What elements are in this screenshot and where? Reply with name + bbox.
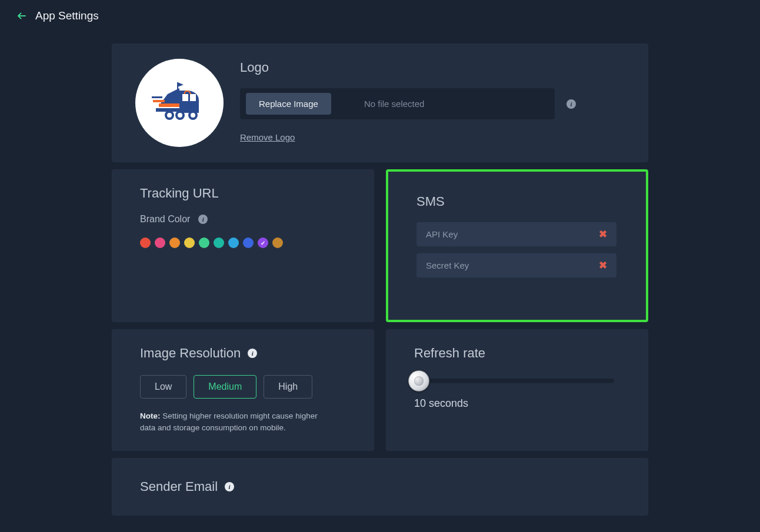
- sender-email-card: Sender Email i: [112, 458, 648, 516]
- info-icon[interactable]: i: [225, 482, 234, 491]
- info-icon[interactable]: i: [248, 349, 257, 358]
- svg-point-13: [191, 113, 195, 118]
- file-status-text: No file selected: [364, 99, 425, 109]
- resolution-buttons: LowMediumHigh: [140, 375, 346, 399]
- clear-icon[interactable]: ✖: [599, 259, 607, 272]
- color-swatch[interactable]: [228, 237, 239, 248]
- image-resolution-card: Image Resolution i LowMediumHigh Note: S…: [112, 329, 374, 451]
- svg-rect-7: [190, 94, 196, 101]
- color-swatch[interactable]: [140, 237, 151, 248]
- color-swatch[interactable]: [272, 237, 283, 248]
- resolution-option-high[interactable]: High: [264, 375, 312, 399]
- logo-image: [135, 59, 224, 147]
- resolution-option-medium[interactable]: Medium: [194, 375, 256, 399]
- brand-color-label: Brand Color: [140, 214, 190, 225]
- refresh-value: 10 seconds: [414, 397, 620, 410]
- slider-thumb[interactable]: [408, 370, 429, 392]
- color-swatch[interactable]: [169, 237, 180, 248]
- secret-key-field-wrap: ✖: [416, 253, 616, 277]
- color-swatch[interactable]: [184, 237, 195, 248]
- svg-marker-15: [178, 82, 184, 87]
- sms-card: SMS ✖ ✖: [386, 169, 648, 322]
- tracking-url-title: Tracking URL: [140, 186, 346, 201]
- brand-color-swatches: [140, 237, 346, 248]
- color-swatch[interactable]: [155, 237, 165, 248]
- refresh-rate-title: Refresh rate: [414, 346, 620, 361]
- info-icon[interactable]: i: [198, 215, 208, 224]
- svg-point-11: [178, 113, 182, 118]
- color-swatch[interactable]: [258, 237, 268, 248]
- api-key-input[interactable]: [426, 229, 599, 239]
- refresh-rate-card: Refresh rate 10 seconds: [386, 329, 648, 451]
- logo-card: Logo Replace Image No file selected i Re…: [112, 44, 648, 162]
- resolution-note: Note: Setting higher resolution might ca…: [140, 410, 328, 434]
- image-resolution-title: Image Resolution: [140, 346, 241, 361]
- info-icon[interactable]: i: [566, 99, 576, 109]
- logo-section-title: Logo: [240, 60, 625, 75]
- sender-email-title: Sender Email: [140, 479, 218, 494]
- replace-image-button[interactable]: Replace Image: [246, 93, 331, 115]
- tracking-url-card: Tracking URL Brand Color i: [112, 169, 374, 322]
- svg-rect-6: [182, 94, 188, 101]
- svg-point-9: [167, 113, 172, 118]
- svg-rect-5: [152, 96, 162, 98]
- file-selector: Replace Image No file selected: [240, 88, 555, 119]
- page-title: App Settings: [35, 9, 99, 22]
- svg-rect-4: [153, 100, 165, 102]
- remove-logo-link[interactable]: Remove Logo: [240, 132, 295, 142]
- resolution-option-low[interactable]: Low: [140, 375, 186, 399]
- clear-icon[interactable]: ✖: [599, 228, 607, 240]
- back-arrow-icon[interactable]: [16, 11, 27, 21]
- api-key-field-wrap: ✖: [416, 222, 616, 246]
- color-swatch[interactable]: [199, 237, 209, 248]
- refresh-slider[interactable]: [414, 379, 614, 383]
- sms-title: SMS: [416, 194, 618, 209]
- secret-key-input[interactable]: [426, 260, 599, 270]
- color-swatch[interactable]: [214, 237, 224, 248]
- color-swatch[interactable]: [243, 237, 254, 248]
- svg-rect-2: [159, 103, 179, 107]
